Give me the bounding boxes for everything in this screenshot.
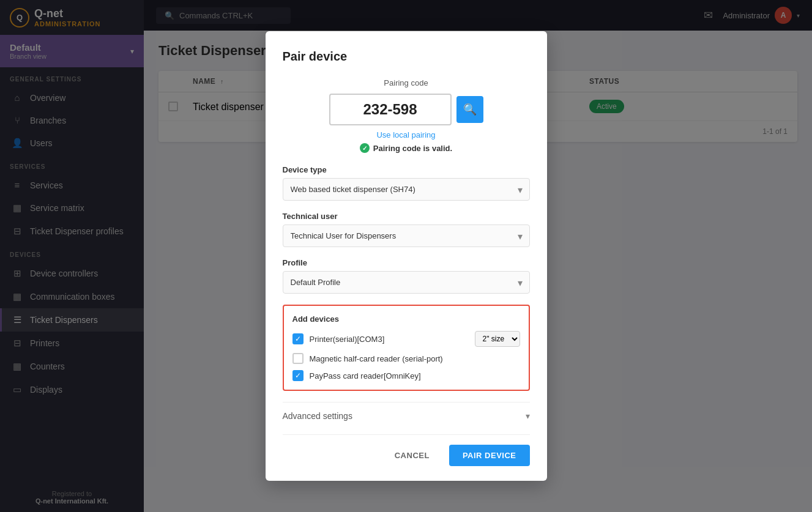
- device-row-magnetic: Magnetic half-card reader (serial-port): [292, 353, 520, 364]
- pair-device-modal: Pair device Pairing code 🔍 Use local pai…: [266, 31, 547, 481]
- modal-footer: CANCEL PAIR DEVICE: [283, 434, 530, 466]
- search-pairing-button[interactable]: 🔍: [456, 96, 483, 123]
- device-type-wrapper: Web based ticket dispenser (SH74): [283, 178, 530, 201]
- technical-user-label: Technical user: [283, 212, 530, 221]
- device-type-select[interactable]: Web based ticket dispenser (SH74): [283, 178, 530, 201]
- local-pairing-link[interactable]: Use local pairing: [283, 130, 530, 139]
- modal-title: Pair device: [283, 50, 530, 64]
- advanced-settings-chevron-icon: ▾: [526, 411, 530, 421]
- pairing-code-row: 🔍: [283, 94, 530, 125]
- device-label-printer: Printer(serial)[COM3]: [310, 335, 469, 344]
- device-checkbox-printer[interactable]: ✓: [292, 333, 304, 344]
- technical-user-select[interactable]: Technical User for Dispensers: [283, 224, 530, 247]
- pairing-code-section: Pairing code 🔍 Use local pairing ✓ Pairi…: [283, 78, 530, 153]
- device-row-paypass: ✓ PayPass card reader[OmniKey]: [292, 370, 520, 381]
- valid-message: ✓ Pairing code is valid.: [283, 143, 530, 153]
- profile-select[interactable]: Default Profile: [283, 271, 530, 294]
- device-row-printer: ✓ Printer(serial)[COM3] 2" size: [292, 331, 520, 347]
- cancel-button[interactable]: CANCEL: [382, 445, 442, 466]
- device-checkbox-magnetic[interactable]: [292, 353, 304, 364]
- advanced-settings-label: Advanced settings: [283, 411, 352, 421]
- advanced-settings-bar[interactable]: Advanced settings ▾: [283, 402, 530, 429]
- device-label-magnetic: Magnetic half-card reader (serial-port): [310, 354, 520, 363]
- profile-label: Profile: [283, 258, 530, 267]
- modal-overlay: Pair device Pairing code 🔍 Use local pai…: [0, 0, 812, 512]
- add-devices-title: Add devices: [292, 314, 520, 324]
- device-type-label: Device type: [283, 165, 530, 174]
- valid-icon: ✓: [360, 143, 370, 153]
- printer-size-select[interactable]: 2" size: [475, 331, 520, 347]
- technical-user-wrapper: Technical User for Dispensers: [283, 224, 530, 247]
- profile-wrapper: Default Profile: [283, 271, 530, 294]
- add-devices-box: Add devices ✓ Printer(serial)[COM3] 2" s…: [283, 305, 530, 391]
- device-checkbox-paypass[interactable]: ✓: [292, 370, 304, 381]
- pairing-code-label: Pairing code: [283, 78, 530, 87]
- pairing-code-input[interactable]: [329, 94, 452, 125]
- pair-device-button[interactable]: PAIR DEVICE: [449, 445, 530, 466]
- device-label-paypass: PayPass card reader[OmniKey]: [310, 371, 520, 380]
